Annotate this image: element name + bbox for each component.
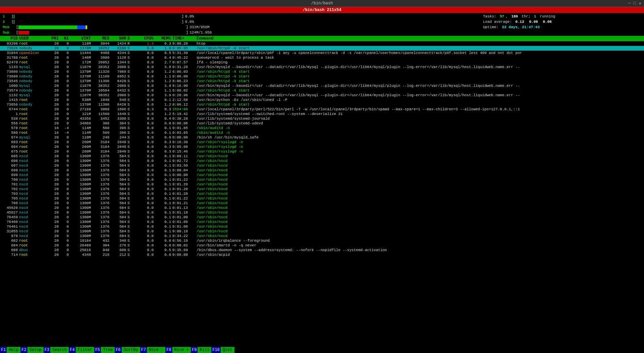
terminal-title: /bin/bash 211x54: [303, 8, 341, 12]
window-controls[interactable]: — □ ✕: [628, 1, 641, 6]
table-row[interactable]: 73545nobody2001370M113966428S0.01.26:06.…: [0, 79, 644, 83]
header-command: Command: [197, 36, 643, 41]
table-row[interactable]: 678nscd2001300M1376584S0.00.10:34.22/usr…: [0, 234, 644, 238]
table-row[interactable]: 73656nobody2001370M113966428S0.01.20:06.…: [0, 102, 644, 107]
tasks-line: Tasks: 57 , 186 thr; 1 running: [483, 14, 637, 19]
footer-item[interactable]: F8Nice +: [165, 347, 191, 353]
footer-item[interactable]: F1Help: [0, 347, 20, 353]
table-row[interactable]: 701nscd2001300M1376584S0.00.10:01.20/usr…: [0, 182, 644, 187]
table-row[interactable]: 684root20026480304276S0.00.00:00.02/usr/…: [0, 243, 644, 248]
table-row[interactable]: 702nscd2001300M1376584S0.00.10:01.20/usr…: [0, 187, 644, 191]
footer-label[interactable]: Setup: [28, 347, 44, 353]
footer-item[interactable]: F9Kill: [191, 347, 211, 353]
footer-key: F10: [211, 347, 221, 353]
window-title: /bin/bash: [311, 1, 333, 6]
table-row[interactable]: 578root16-4114M560396S0.00.10:01.85/sbin…: [0, 126, 644, 130]
table-row[interactable]: 694root200260M31842840S0.00.30:05.08/usr…: [0, 144, 644, 149]
header-res: RES: [92, 36, 111, 41]
header-pid: PID: [1, 36, 19, 41]
table-row[interactable]: 45627nscd2001300M1376584S0.00.10:01.10/u…: [0, 210, 644, 215]
table-row[interactable]: 674mysql200110M248244S0.00.00:00.00/bin/…: [0, 135, 644, 140]
footer-label[interactable]: Filter: [76, 347, 94, 353]
table-row[interactable]: 76461nscd2001300M1376584S0.00.10:01.08/u…: [0, 224, 644, 229]
table-row[interactable]: 1132mysql2001107M383522088S0.03.90:28.96…: [0, 93, 644, 98]
footer-item[interactable]: F3Search: [44, 347, 69, 353]
table-row[interactable]: 696nscd2001300M1376584S0.00.10:02.72/usr…: [0, 159, 644, 163]
table-row[interactable]: 76460nscd2001300M1376584S0.00.10:01.06/u…: [0, 220, 644, 224]
footer-label[interactable]: Tree: [101, 347, 115, 353]
close-button[interactable]: ✕: [639, 1, 641, 6]
table-row[interactable]: 31788root200146M39801128S0.00.40:45.22qu…: [0, 55, 644, 60]
table-row[interactable]: 73626nobody2001370M102526168S0.81.00:05.…: [0, 46, 644, 51]
table-row[interactable]: 45626nscd2001300M1376584S0.00.10:01.13/u…: [0, 205, 644, 210]
uptime-val: 22 days, 21:47:43: [502, 25, 540, 29]
table-row[interactable]: 703nscd2001300M1376584S0.00.10:01.20/usr…: [0, 191, 644, 196]
footer-item[interactable]: F4Filter: [69, 347, 94, 353]
footer-item[interactable]: F6SortBy: [115, 347, 140, 353]
cpu1-val: 0.0%: [185, 14, 194, 18]
footer-bar: F1HelpF2SetupF3SearchF4FilterF5TreeF6Sor…: [0, 347, 644, 353]
window-title-bar: /bin/bash — □ ✕: [0, 0, 644, 7]
footer-item[interactable]: F2Setup: [20, 347, 43, 353]
table-row[interactable]: 76459nscd2001300M1376584S0.00.10:01.09/u…: [0, 215, 644, 220]
table-row[interactable]: 698nscd2001300M1376584S0.00.10:00.04/usr…: [0, 168, 644, 173]
swp-row: Swp [ ] 124M/1.95G: [1, 30, 475, 35]
table-row[interactable]: 580root16-4114M560396S0.00.10:03.85/sbin…: [0, 130, 644, 135]
mem-bar: [18, 25, 186, 29]
footer-label[interactable]: Help: [7, 347, 20, 353]
footer-key: F6: [115, 347, 121, 353]
table-row[interactable]: 538root2004335634523300S0.00.40:38.28/us…: [0, 116, 644, 121]
table-row[interactable]: 693root200260M31842840S0.00.30:10.38/usr…: [0, 140, 644, 144]
cpu1-label: 1: [3, 14, 9, 18]
table-row[interactable]: 1133mysql2001107M383522088S0.03.90:31.28…: [0, 65, 644, 69]
table-row[interactable]: 31055nscd2001300M1376584S0.00.10:00.18/u…: [0, 229, 644, 234]
table-row[interactable]: 556root20034860308304S0.00.00:00.06/usr/…: [0, 121, 644, 126]
table-row[interactable]: 705nscd2001300M1376584S0.00.10:01.22/usr…: [0, 196, 644, 201]
footer-label[interactable]: Search: [50, 347, 69, 353]
footer-item[interactable]: F10Quit: [211, 347, 234, 353]
table-row[interactable]: 675root200260M31842840S0.00.30:15.46/usr…: [0, 149, 644, 154]
header-pri: PRI: [48, 36, 59, 41]
header-cpu: CPU%: [138, 36, 155, 41]
tasks-thr: 186: [512, 14, 518, 18]
table-row[interactable]: 1root200121M115601640S0.01.25:19.42/usr/…: [0, 112, 644, 116]
footer-key: F2: [20, 347, 27, 353]
header-s: S: [127, 36, 138, 41]
table-row[interactable]: 697nscd2001300M1376584S0.00.10:03.59/usr…: [0, 163, 644, 168]
header-time: TIME+: [172, 36, 197, 41]
footer-item[interactable]: F7Nice -: [140, 347, 166, 353]
footer-label[interactable]: Quit: [221, 347, 234, 353]
table-row[interactable]: 714root2004340216212S0.00.00:00.00/usr/s…: [0, 252, 644, 257]
table-row[interactable]: 688dbus20025016948608S0.00.50:35.69/bin/…: [0, 248, 644, 252]
footer-key: F8: [165, 347, 172, 353]
footer-label[interactable]: Nice -: [147, 347, 165, 353]
table-row[interactable]: 1415root200538M1048540S0.00.12:12.58/usr…: [0, 98, 644, 102]
cpu2-val: 0.0%: [185, 20, 194, 24]
table-row[interactable]: 31844cpanelcon2001144444884244S0.00.55:3…: [0, 51, 644, 55]
table-row[interactable]: 682root20019184432340S0.00.00:56.19/usr/…: [0, 238, 644, 243]
table-row[interactable]: 62470root200172M260521344S0.02.70:07.57l…: [0, 60, 644, 65]
footer-key: F3: [44, 347, 50, 353]
table-row[interactable]: 700nscd2001300M1376584S0.00.10:01.22/usr…: [0, 177, 644, 182]
footer-key: F9: [191, 347, 198, 353]
table-row[interactable]: 73600nobody2001370M113207060S0.01.26:06.…: [0, 69, 644, 74]
table-row[interactable]: 1090mysql2001107M383522088S0.03.98:16.90…: [0, 83, 644, 88]
table-row[interactable]: 706nscd2001300M1376584S0.00.10:01.21/usr…: [0, 201, 644, 205]
footer-label[interactable]: Nice +: [172, 347, 191, 353]
cpu1-bar: [14, 15, 181, 18]
footer-label[interactable]: Kill: [198, 347, 211, 353]
footer-label[interactable]: SortBy: [122, 347, 140, 353]
footer-item[interactable]: F5Tree: [94, 347, 115, 353]
table-row[interactable]: 93298root200118M30441424R1.30.30:00.20ht…: [0, 41, 644, 46]
maximize-button[interactable]: □: [633, 1, 636, 6]
table-row[interactable]: 699nscd2001300M1376584S0.00.10:00.00/usr…: [0, 173, 644, 177]
table-row[interactable]: 6744root2002718830081696S0.30.31h54:09/u…: [0, 107, 644, 112]
load1: 0.12: [515, 20, 524, 24]
table-row[interactable]: 73680nobody2001370M111006952S0.01.10:06.…: [0, 74, 644, 79]
table-row[interactable]: 73574nobody2001370M105846432S0.01.16:06.…: [0, 88, 644, 93]
footer-key: F5: [94, 347, 101, 353]
minimize-button[interactable]: —: [628, 1, 631, 6]
swp-usage: 124M/1.95G: [190, 31, 212, 35]
terminal-header: /bin/bash 211x54: [0, 7, 644, 13]
table-row[interactable]: 695nscd2001300M1376584S0.00.10:09.11/usr…: [0, 154, 644, 159]
